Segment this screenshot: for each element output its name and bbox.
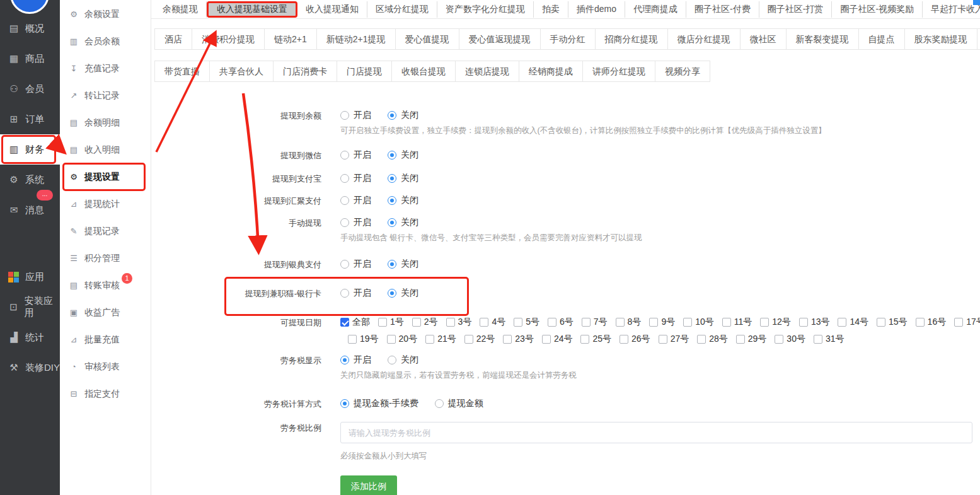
day-checkbox-12号[interactable]: 12号 — [760, 317, 791, 328]
submenu-item-transfer-audit[interactable]: ▤转账审核1 — [60, 272, 151, 299]
manual-withdraw-option-off[interactable]: 关闭 — [388, 217, 418, 228]
tab-共享合伙人[interactable]: 共享合伙人 — [210, 61, 274, 82]
submenu-item-designated-payment[interactable]: ⊟指定支付 — [60, 380, 151, 407]
tab-讲师分红提现[interactable]: 讲师分红提现 — [583, 61, 655, 82]
tab-消费积分提现[interactable]: 消费积分提现 — [192, 28, 265, 50]
day-checkbox-13号[interactable]: 13号 — [799, 317, 830, 328]
tab-代理商提成[interactable]: 代理商提成 — [625, 1, 686, 18]
tab-收银台提现[interactable]: 收银台提现 — [392, 61, 456, 82]
day-checkbox-2号[interactable]: 2号 — [412, 317, 438, 328]
day-checkbox-7号[interactable]: 7号 — [582, 317, 608, 328]
tab-手动分红[interactable]: 手动分红 — [541, 28, 596, 50]
labor-tax-calc-method-option-on[interactable]: 提现金额-手续费 — [340, 398, 418, 409]
labor-tax-display-option-on[interactable]: 开启 — [340, 354, 371, 366]
add-ratio-button[interactable]: 添加比例 — [340, 475, 397, 495]
day-checkbox-23号[interactable]: 23号 — [503, 334, 534, 345]
tab-链动2+1[interactable]: 链动2+1 — [265, 28, 317, 50]
tab-收入提现基础设置[interactable]: 收入提现基础设置 — [207, 1, 297, 18]
tab-圈子社区-付费[interactable]: 圈子社区-付费 — [686, 1, 759, 18]
day-checkbox-17号[interactable]: 17号 — [954, 317, 980, 328]
tab-经销商提成[interactable]: 经销商提成 — [519, 61, 583, 82]
sidebar-item-install-apps[interactable]: ⊡安装应用 — [0, 292, 60, 322]
tab-酒店[interactable]: 酒店 — [154, 28, 192, 50]
sidebar-item-overview[interactable]: ▤概况 — [0, 13, 60, 44]
sidebar-item-finance[interactable]: ▥财务 — [0, 134, 60, 165]
submenu-item-withdraw-settings[interactable]: ⚙提现设置 — [60, 163, 151, 190]
labor-tax-ratio-input[interactable] — [340, 422, 972, 443]
manual-withdraw-option-on[interactable]: 开启 — [340, 217, 371, 228]
submenu-item-points-management[interactable]: ☰积分管理 — [60, 245, 151, 272]
submenu-item-income-details[interactable]: ▤收入明细 — [60, 136, 151, 163]
day-checkbox-16号[interactable]: 16号 — [916, 317, 947, 328]
day-checkbox-29号[interactable]: 29号 — [736, 334, 767, 345]
submenu-item-revenue-ads[interactable]: ▣收益广告 — [60, 299, 151, 326]
sidebar-item-messages[interactable]: ✉消息... — [0, 195, 60, 225]
sidebar-item-members[interactable]: ⚇会员 — [0, 74, 60, 104]
day-checkbox-5号[interactable]: 5号 — [514, 317, 539, 328]
day-checkbox-22号[interactable]: 22号 — [464, 334, 495, 345]
submenu-item-recharge-records[interactable]: ↧充值记录 — [60, 55, 151, 82]
tab-爱心值提现[interactable]: 爱心值提现 — [396, 28, 459, 50]
tab-拍卖[interactable]: 拍卖 — [534, 1, 568, 18]
tab-连锁店提现[interactable]: 连锁店提现 — [456, 61, 519, 82]
day-checkbox-24号[interactable]: 24号 — [542, 334, 573, 345]
day-checkbox-4号[interactable]: 4号 — [480, 317, 505, 328]
withdraw-to-alipay-option-off[interactable]: 关闭 — [388, 173, 418, 184]
tab-微社区[interactable]: 微社区 — [741, 28, 787, 50]
withdraw-to-joinpay-option-off[interactable]: 关闭 — [388, 195, 418, 206]
day-checkbox-27号[interactable]: 27号 — [659, 334, 689, 345]
day-checkbox-8号[interactable]: 8号 — [616, 317, 642, 328]
day-checkbox-31号[interactable]: 31号 — [814, 334, 845, 345]
sidebar-item-system[interactable]: ⚙系统 — [0, 165, 60, 195]
tab-收入提现通知[interactable]: 收入提现通知 — [297, 1, 367, 18]
tab-门店提现[interactable]: 门店提现 — [337, 61, 392, 82]
tab-新客裂变提现[interactable]: 新客裂变提现 — [787, 28, 859, 50]
day-checkbox-26号[interactable]: 26号 — [620, 334, 650, 345]
day-checkbox-14号[interactable]: 14号 — [838, 317, 868, 328]
day-checkbox-all[interactable]: 全部 — [340, 317, 370, 328]
sidebar-item-apps[interactable]: 应用 — [0, 262, 60, 292]
submenu-item-withdraw-statistics[interactable]: ⊿提现统计 — [60, 190, 151, 218]
day-checkbox-19号[interactable]: 19号 — [348, 334, 379, 345]
labor-tax-calc-method-option-off[interactable]: 提现金额 — [435, 398, 483, 409]
day-checkbox-1号[interactable]: 1号 — [378, 317, 404, 328]
tab-自提点[interactable]: 自提点 — [859, 28, 905, 50]
tab-资产数字化分红提现[interactable]: 资产数字化分红提现 — [437, 1, 534, 18]
submenu-item-balance-details[interactable]: ▤余额明细 — [60, 109, 151, 136]
tab-视频分享[interactable]: 视频分享 — [655, 61, 710, 82]
tab-早起打卡收入提现[interactable]: 早起打卡收入提现 — [923, 1, 980, 18]
withdraw-to-balance-option-on[interactable]: 开启 — [340, 110, 371, 121]
sidebar-item-decorate-diy[interactable]: ⚒装修DIY — [0, 352, 60, 383]
tab-招商分红提现[interactable]: 招商分红提现 — [596, 28, 668, 50]
withdraw-to-yindian-option-on[interactable]: 开启 — [340, 259, 371, 270]
submenu-item-transfer-records[interactable]: ↗转让记录 — [60, 82, 151, 109]
sidebar-item-orders[interactable]: ⊞订单 — [0, 104, 60, 134]
tab-带货直播[interactable]: 带货直播 — [154, 61, 210, 82]
withdraw-to-balance-option-off[interactable]: 关闭 — [388, 110, 418, 121]
withdraw-to-alipay-option-on[interactable]: 开启 — [340, 173, 371, 184]
day-checkbox-15号[interactable]: 15号 — [877, 317, 908, 328]
sidebar-item-goods[interactable]: ▦商品 — [0, 44, 60, 74]
day-checkbox-25号[interactable]: 25号 — [580, 334, 611, 345]
tab-插件demo[interactable]: 插件demo — [568, 1, 625, 18]
tab-圈子社区-视频奖励[interactable]: 圈子社区-视频奖励 — [832, 1, 923, 18]
withdraw-to-wechat-option-off[interactable]: 关闭 — [388, 149, 418, 161]
submenu-item-audit-list[interactable]: ◔审核列表 — [60, 353, 151, 380]
withdraw-to-joinpay-option-on[interactable]: 开启 — [340, 195, 371, 206]
tab-微店分红提现[interactable]: 微店分红提现 — [668, 28, 741, 50]
day-checkbox-21号[interactable]: 21号 — [425, 334, 456, 345]
submenu-item-withdraw-records[interactable]: ✎提现记录 — [60, 218, 151, 245]
day-checkbox-11号[interactable]: 11号 — [722, 317, 752, 328]
tab-门店消费卡[interactable]: 门店消费卡 — [274, 61, 337, 82]
withdraw-to-wechat-option-on[interactable]: 开启 — [340, 149, 371, 161]
day-checkbox-6号[interactable]: 6号 — [548, 317, 574, 328]
day-checkbox-9号[interactable]: 9号 — [649, 317, 675, 328]
tab-股东奖励提现[interactable]: 股东奖励提现 — [905, 28, 977, 50]
sidebar-item-statistics[interactable]: ▟统计 — [0, 322, 60, 352]
labor-tax-display-option-off[interactable]: 关闭 — [388, 354, 418, 366]
tab-圈子社区-打赏[interactable]: 圈子社区-打赏 — [759, 1, 833, 18]
submenu-item-batch-recharge[interactable]: ⊿批量充值 — [60, 326, 151, 353]
tab-新链动2+1提现[interactable]: 新链动2+1提现 — [317, 28, 396, 50]
day-checkbox-30号[interactable]: 30号 — [775, 334, 805, 345]
submenu-item-balance-settings[interactable]: ⚙余额设置 — [60, 1, 151, 28]
